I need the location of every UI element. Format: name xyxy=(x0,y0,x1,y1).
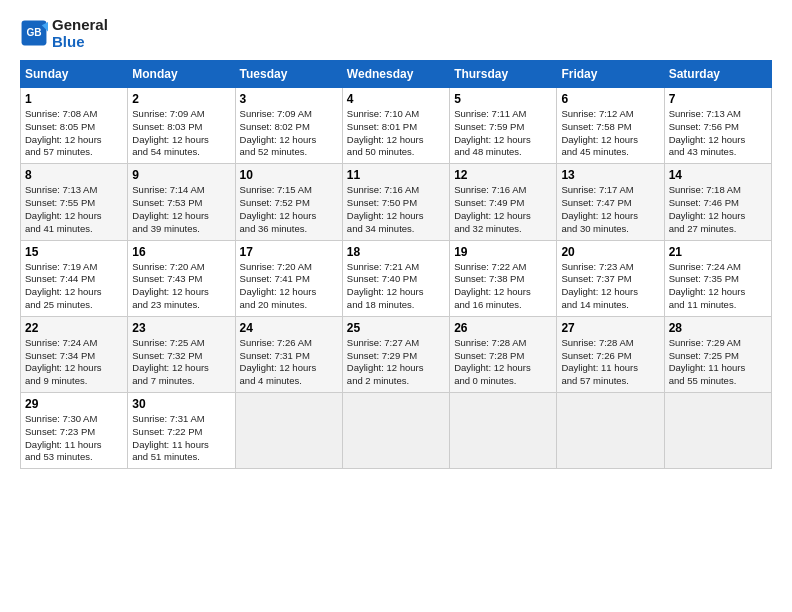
day-number: 15 xyxy=(25,245,123,259)
header-row: SundayMondayTuesdayWednesdayThursdayFrid… xyxy=(21,61,772,88)
day-number: 6 xyxy=(561,92,659,106)
calendar-cell-3-0: 22Sunrise: 7:24 AM Sunset: 7:34 PM Dayli… xyxy=(21,316,128,392)
calendar-cell-1-4: 12Sunrise: 7:16 AM Sunset: 7:49 PM Dayli… xyxy=(450,164,557,240)
day-detail: Sunrise: 7:26 AM Sunset: 7:31 PM Dayligh… xyxy=(240,337,338,388)
day-number: 3 xyxy=(240,92,338,106)
day-detail: Sunrise: 7:22 AM Sunset: 7:38 PM Dayligh… xyxy=(454,261,552,312)
calendar-week-0: 1Sunrise: 7:08 AM Sunset: 8:05 PM Daylig… xyxy=(21,88,772,164)
day-number: 30 xyxy=(132,397,230,411)
calendar-cell-2-0: 15Sunrise: 7:19 AM Sunset: 7:44 PM Dayli… xyxy=(21,240,128,316)
weekday-header-saturday: Saturday xyxy=(664,61,771,88)
day-number: 16 xyxy=(132,245,230,259)
day-number: 29 xyxy=(25,397,123,411)
weekday-header-tuesday: Tuesday xyxy=(235,61,342,88)
calendar-cell-4-2 xyxy=(235,393,342,469)
day-detail: Sunrise: 7:24 AM Sunset: 7:35 PM Dayligh… xyxy=(669,261,767,312)
day-detail: Sunrise: 7:18 AM Sunset: 7:46 PM Dayligh… xyxy=(669,184,767,235)
day-number: 12 xyxy=(454,168,552,182)
calendar-cell-1-5: 13Sunrise: 7:17 AM Sunset: 7:47 PM Dayli… xyxy=(557,164,664,240)
day-detail: Sunrise: 7:31 AM Sunset: 7:22 PM Dayligh… xyxy=(132,413,230,464)
day-number: 8 xyxy=(25,168,123,182)
weekday-header-thursday: Thursday xyxy=(450,61,557,88)
day-detail: Sunrise: 7:23 AM Sunset: 7:37 PM Dayligh… xyxy=(561,261,659,312)
calendar-week-2: 15Sunrise: 7:19 AM Sunset: 7:44 PM Dayli… xyxy=(21,240,772,316)
day-detail: Sunrise: 7:27 AM Sunset: 7:29 PM Dayligh… xyxy=(347,337,445,388)
day-detail: Sunrise: 7:09 AM Sunset: 8:02 PM Dayligh… xyxy=(240,108,338,159)
calendar-cell-2-1: 16Sunrise: 7:20 AM Sunset: 7:43 PM Dayli… xyxy=(128,240,235,316)
calendar-cell-2-3: 18Sunrise: 7:21 AM Sunset: 7:40 PM Dayli… xyxy=(342,240,449,316)
day-number: 19 xyxy=(454,245,552,259)
logo-line2: Blue xyxy=(52,33,108,50)
day-number: 27 xyxy=(561,321,659,335)
day-detail: Sunrise: 7:28 AM Sunset: 7:26 PM Dayligh… xyxy=(561,337,659,388)
calendar-cell-4-6 xyxy=(664,393,771,469)
day-detail: Sunrise: 7:17 AM Sunset: 7:47 PM Dayligh… xyxy=(561,184,659,235)
day-number: 25 xyxy=(347,321,445,335)
weekday-header-sunday: Sunday xyxy=(21,61,128,88)
day-detail: Sunrise: 7:19 AM Sunset: 7:44 PM Dayligh… xyxy=(25,261,123,312)
page: GB General Blue SundayMondayTuesdayWedne… xyxy=(0,0,792,612)
calendar-cell-4-5 xyxy=(557,393,664,469)
weekday-header-wednesday: Wednesday xyxy=(342,61,449,88)
calendar-week-1: 8Sunrise: 7:13 AM Sunset: 7:55 PM Daylig… xyxy=(21,164,772,240)
day-number: 18 xyxy=(347,245,445,259)
day-number: 20 xyxy=(561,245,659,259)
day-number: 11 xyxy=(347,168,445,182)
weekday-header-monday: Monday xyxy=(128,61,235,88)
day-detail: Sunrise: 7:10 AM Sunset: 8:01 PM Dayligh… xyxy=(347,108,445,159)
calendar-cell-1-1: 9Sunrise: 7:14 AM Sunset: 7:53 PM Daylig… xyxy=(128,164,235,240)
calendar-cell-0-2: 3Sunrise: 7:09 AM Sunset: 8:02 PM Daylig… xyxy=(235,88,342,164)
calendar-cell-0-5: 6Sunrise: 7:12 AM Sunset: 7:58 PM Daylig… xyxy=(557,88,664,164)
day-number: 10 xyxy=(240,168,338,182)
logo-icon: GB xyxy=(20,19,48,47)
calendar-cell-4-3 xyxy=(342,393,449,469)
day-detail: Sunrise: 7:08 AM Sunset: 8:05 PM Dayligh… xyxy=(25,108,123,159)
day-number: 28 xyxy=(669,321,767,335)
calendar-cell-2-6: 21Sunrise: 7:24 AM Sunset: 7:35 PM Dayli… xyxy=(664,240,771,316)
calendar-cell-3-1: 23Sunrise: 7:25 AM Sunset: 7:32 PM Dayli… xyxy=(128,316,235,392)
logo: GB General Blue xyxy=(20,16,108,50)
calendar-cell-3-5: 27Sunrise: 7:28 AM Sunset: 7:26 PM Dayli… xyxy=(557,316,664,392)
calendar-cell-4-0: 29Sunrise: 7:30 AM Sunset: 7:23 PM Dayli… xyxy=(21,393,128,469)
svg-text:GB: GB xyxy=(26,27,41,38)
day-number: 21 xyxy=(669,245,767,259)
day-detail: Sunrise: 7:16 AM Sunset: 7:50 PM Dayligh… xyxy=(347,184,445,235)
calendar-week-3: 22Sunrise: 7:24 AM Sunset: 7:34 PM Dayli… xyxy=(21,316,772,392)
weekday-header-friday: Friday xyxy=(557,61,664,88)
day-number: 17 xyxy=(240,245,338,259)
day-detail: Sunrise: 7:25 AM Sunset: 7:32 PM Dayligh… xyxy=(132,337,230,388)
day-detail: Sunrise: 7:12 AM Sunset: 7:58 PM Dayligh… xyxy=(561,108,659,159)
day-detail: Sunrise: 7:15 AM Sunset: 7:52 PM Dayligh… xyxy=(240,184,338,235)
calendar-cell-3-4: 26Sunrise: 7:28 AM Sunset: 7:28 PM Dayli… xyxy=(450,316,557,392)
day-detail: Sunrise: 7:13 AM Sunset: 7:56 PM Dayligh… xyxy=(669,108,767,159)
day-number: 2 xyxy=(132,92,230,106)
day-detail: Sunrise: 7:09 AM Sunset: 8:03 PM Dayligh… xyxy=(132,108,230,159)
day-number: 1 xyxy=(25,92,123,106)
day-detail: Sunrise: 7:20 AM Sunset: 7:43 PM Dayligh… xyxy=(132,261,230,312)
calendar-cell-1-2: 10Sunrise: 7:15 AM Sunset: 7:52 PM Dayli… xyxy=(235,164,342,240)
day-detail: Sunrise: 7:21 AM Sunset: 7:40 PM Dayligh… xyxy=(347,261,445,312)
calendar-cell-2-4: 19Sunrise: 7:22 AM Sunset: 7:38 PM Dayli… xyxy=(450,240,557,316)
header: GB General Blue xyxy=(20,16,772,54)
calendar-cell-4-4 xyxy=(450,393,557,469)
day-number: 14 xyxy=(669,168,767,182)
calendar-cell-0-0: 1Sunrise: 7:08 AM Sunset: 8:05 PM Daylig… xyxy=(21,88,128,164)
calendar-cell-3-6: 28Sunrise: 7:29 AM Sunset: 7:25 PM Dayli… xyxy=(664,316,771,392)
day-detail: Sunrise: 7:20 AM Sunset: 7:41 PM Dayligh… xyxy=(240,261,338,312)
day-number: 5 xyxy=(454,92,552,106)
logo-line1: General xyxy=(52,16,108,33)
calendar-cell-1-6: 14Sunrise: 7:18 AM Sunset: 7:46 PM Dayli… xyxy=(664,164,771,240)
day-number: 24 xyxy=(240,321,338,335)
day-number: 13 xyxy=(561,168,659,182)
day-number: 4 xyxy=(347,92,445,106)
calendar-cell-1-3: 11Sunrise: 7:16 AM Sunset: 7:50 PM Dayli… xyxy=(342,164,449,240)
calendar-cell-0-6: 7Sunrise: 7:13 AM Sunset: 7:56 PM Daylig… xyxy=(664,88,771,164)
day-detail: Sunrise: 7:13 AM Sunset: 7:55 PM Dayligh… xyxy=(25,184,123,235)
calendar-cell-2-2: 17Sunrise: 7:20 AM Sunset: 7:41 PM Dayli… xyxy=(235,240,342,316)
day-detail: Sunrise: 7:14 AM Sunset: 7:53 PM Dayligh… xyxy=(132,184,230,235)
day-detail: Sunrise: 7:24 AM Sunset: 7:34 PM Dayligh… xyxy=(25,337,123,388)
day-detail: Sunrise: 7:16 AM Sunset: 7:49 PM Dayligh… xyxy=(454,184,552,235)
calendar-cell-0-3: 4Sunrise: 7:10 AM Sunset: 8:01 PM Daylig… xyxy=(342,88,449,164)
calendar-week-4: 29Sunrise: 7:30 AM Sunset: 7:23 PM Dayli… xyxy=(21,393,772,469)
calendar-cell-2-5: 20Sunrise: 7:23 AM Sunset: 7:37 PM Dayli… xyxy=(557,240,664,316)
